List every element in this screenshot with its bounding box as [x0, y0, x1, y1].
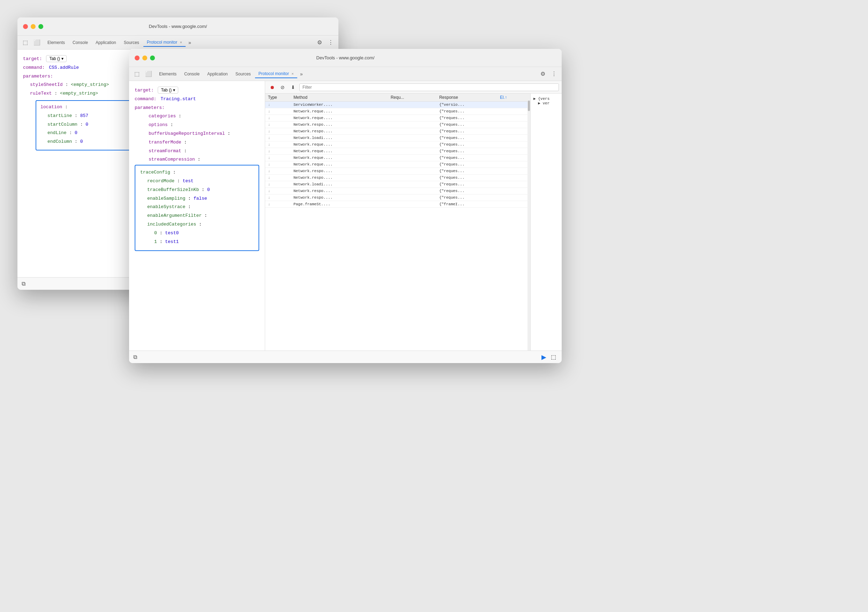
devtools-window-front: DevTools - www.google.com/ ⬚ ⬜ Elements …	[129, 49, 562, 363]
panel-toggle-icon[interactable]: ⬚	[549, 353, 558, 361]
tab-more-front[interactable]: »	[298, 70, 305, 78]
tab-sources-front[interactable]: Sources	[232, 70, 254, 78]
cell-response: {"versio...	[436, 102, 497, 108]
parameters-line-back: parameters:	[23, 73, 141, 80]
tab-protocol-back[interactable]: Protocol monitor ×	[143, 39, 186, 47]
toolbar-right-front: ⚙ ⋮	[538, 69, 559, 79]
traffic-lights-back	[23, 24, 43, 29]
target-dropdown-front[interactable]: Tab () ▾	[158, 87, 178, 93]
send-button[interactable]: ▶	[541, 353, 546, 361]
maximize-button-front[interactable]	[150, 56, 155, 61]
cell-el	[497, 181, 527, 188]
cell-response: {"reques...	[436, 121, 497, 128]
table-row[interactable]: ↓Network.reque....{"reques...	[265, 108, 527, 115]
table-row[interactable]: ↓Network.reque....{"reques...	[265, 148, 527, 155]
tab-console-back[interactable]: Console	[69, 39, 91, 47]
cell-request	[388, 102, 436, 108]
table-row[interactable]: ↓Network.respo....{"reques...	[265, 121, 527, 128]
cell-method: Network.loadi....	[291, 135, 388, 141]
table-row[interactable]: ↓Network.loadi....{"reques...	[265, 135, 527, 141]
table-row[interactable]: ↓Page.frameSt....{"frameI...	[265, 201, 527, 208]
dock-icon-front[interactable]: ⧉	[133, 354, 137, 360]
tab-elements-back[interactable]: Elements	[44, 39, 68, 47]
filter-input[interactable]	[299, 84, 559, 91]
protocol-table: Type Method Requ... Response El.↑ ↓Servi…	[265, 93, 527, 208]
cell-request	[388, 194, 436, 201]
tab-close-front[interactable]: ×	[291, 71, 294, 76]
table-row[interactable]: ↓Network.respo....{"reques...	[265, 128, 527, 135]
field-stylesheetid-back: styleSheetId : <empty_string>	[23, 81, 141, 89]
cell-type: ↓	[265, 181, 291, 188]
tab-more-back[interactable]: »	[186, 39, 193, 47]
tab-protocol-front[interactable]: Protocol monitor ×	[255, 70, 297, 78]
cursor-icon-back[interactable]: ⬚	[20, 38, 30, 48]
tab-application-back[interactable]: Application	[92, 39, 120, 47]
table-row[interactable]: ↓Network.reque....{"reques...	[265, 155, 527, 161]
cell-response: {"reques...	[436, 128, 497, 135]
block-icon[interactable]: ⊘	[278, 83, 287, 92]
cell-method: Network.reque....	[291, 115, 388, 121]
table-row[interactable]: ↓Network.loadi....{"reques...	[265, 181, 527, 188]
cell-el	[497, 188, 527, 194]
table-row[interactable]: ↓Network.respo....{"reques...	[265, 174, 527, 181]
table-row[interactable]: ↓Network.reque....{"reques...	[265, 161, 527, 168]
cell-method: Network.loadi....	[291, 181, 388, 188]
cell-el	[497, 155, 527, 161]
more-icon-front[interactable]: ⋮	[549, 69, 559, 79]
cell-method: Network.respo....	[291, 168, 388, 174]
gear-icon-back[interactable]: ⚙	[315, 38, 324, 48]
dock-icon-back[interactable]: ⧉	[22, 281, 25, 287]
cell-type: ↓	[265, 174, 291, 181]
cell-request	[388, 155, 436, 161]
cell-request	[388, 115, 436, 121]
inspect-icon-back[interactable]: ⬜	[32, 38, 42, 48]
cell-request	[388, 121, 436, 128]
titlebar-back: DevTools - www.google.com/	[17, 17, 338, 36]
cell-el	[497, 115, 527, 121]
table-row[interactable]: ↓Network.respo....{"reques...	[265, 194, 527, 201]
table-row[interactable]: ↓Network.respo....{"reques...	[265, 188, 527, 194]
close-button-back[interactable]	[23, 24, 28, 29]
cursor-icon-front[interactable]: ⬚	[132, 69, 142, 79]
tab-sources-back[interactable]: Sources	[120, 39, 143, 47]
close-button-front[interactable]	[135, 56, 140, 61]
protocol-table-body: ↓ServiceWorker....{"versio...↓Network.re…	[265, 102, 527, 208]
cell-response: {"reques...	[436, 174, 497, 181]
tab-application-front[interactable]: Application	[204, 70, 231, 78]
more-icon-back[interactable]: ⋮	[326, 38, 336, 48]
cell-request	[388, 188, 436, 194]
table-row[interactable]: ↓Network.respo....{"reques...	[265, 168, 527, 174]
tab-elements-front[interactable]: Elements	[156, 70, 180, 78]
param-options: options :	[135, 121, 259, 129]
cell-request	[388, 201, 436, 208]
command-line-front: command: Tracing.start	[135, 96, 259, 103]
minimize-button-back[interactable]	[31, 24, 36, 29]
cell-type: ↓	[265, 155, 291, 161]
inspect-icon-front[interactable]: ⬜	[144, 69, 153, 79]
target-dropdown-back[interactable]: Tab () ▾	[46, 55, 67, 62]
table-row[interactable]: ↓Network.reque....{"reques...	[265, 141, 527, 148]
scrollbar-thumb[interactable]	[528, 101, 530, 111]
cell-type: ↓	[265, 135, 291, 141]
tab-close-back[interactable]: ×	[180, 40, 182, 44]
table-scrollbar[interactable]	[527, 93, 530, 351]
parameters-label-front: parameters:	[135, 104, 259, 112]
tab-console-front[interactable]: Console	[181, 70, 203, 78]
json-preview-panel: ▶ {vers ▶ ver	[530, 93, 562, 351]
table-row[interactable]: ↓ServiceWorker....{"versio...	[265, 102, 527, 108]
param-transfermode: transferMode :	[135, 139, 259, 146]
cell-response: {"reques...	[436, 108, 497, 115]
toolbar-right-back: ⚙ ⋮	[315, 38, 336, 48]
download-icon[interactable]: ⬇	[289, 83, 297, 92]
table-row[interactable]: ↓Network.reque....{"reques...	[265, 115, 527, 121]
record-stop-icon[interactable]: ⏺	[268, 83, 276, 92]
cell-response: {"reques...	[436, 168, 497, 174]
content-front: target: Tab () ▾ command: Tracing.start …	[129, 81, 562, 351]
minimize-button-front[interactable]	[143, 56, 147, 61]
cell-method: Network.respo....	[291, 121, 388, 128]
table-container[interactable]: Type Method Requ... Response El.↑ ↓Servi…	[265, 93, 527, 351]
maximize-button-back[interactable]	[39, 24, 43, 29]
cell-response: {"reques...	[436, 161, 497, 168]
param-bufferusage: bufferUsageReportingInterval :	[135, 130, 259, 138]
gear-icon-front[interactable]: ⚙	[538, 69, 548, 79]
